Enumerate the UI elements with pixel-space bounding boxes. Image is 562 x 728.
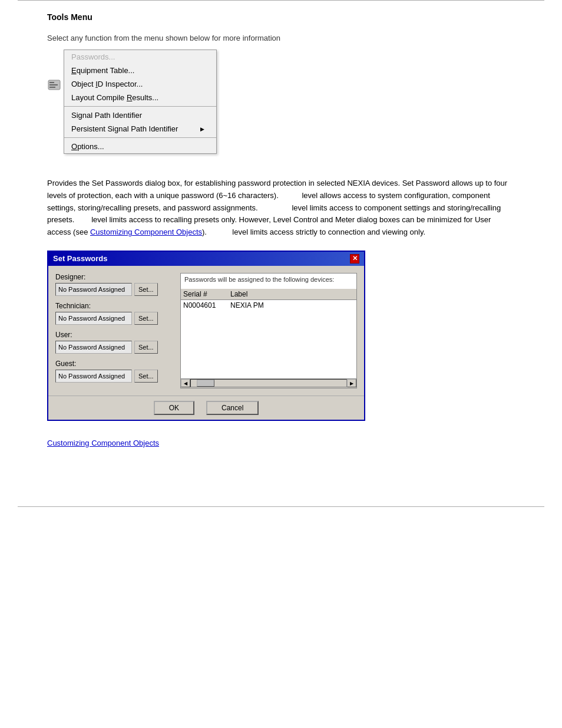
user-field-row: No Password Assigned Set... bbox=[55, 341, 173, 354]
context-menu-area: Passwords... Equipment Table... Object I… bbox=[47, 50, 515, 154]
dialog-titlebar: Set Passwords ✕ bbox=[48, 252, 364, 266]
context-menu: Passwords... Equipment Table... Object I… bbox=[64, 50, 217, 154]
horizontal-scrollbar-area: ◀ ▶ bbox=[181, 378, 356, 388]
dialog-close-button[interactable]: ✕ bbox=[350, 254, 359, 263]
designer-set-button[interactable]: Set... bbox=[134, 283, 158, 296]
dialog-body: Designer: No Password Assigned Set... Te… bbox=[48, 266, 364, 396]
svg-rect-3 bbox=[49, 87, 55, 88]
svg-rect-1 bbox=[49, 82, 54, 83]
section-title: Tools Menu bbox=[47, 12, 515, 22]
ok-button[interactable]: OK bbox=[154, 401, 194, 415]
menu-separator-2 bbox=[64, 137, 216, 138]
table-empty-space bbox=[181, 311, 356, 378]
hscroll-thumb[interactable] bbox=[197, 380, 214, 387]
dialog-footer: OK Cancel bbox=[48, 396, 364, 420]
menu-item-object-id[interactable]: Object ID Inspector... bbox=[64, 77, 216, 91]
cell-label: NEXIA PM bbox=[230, 301, 264, 309]
technician-password-field: No Password Assigned bbox=[55, 312, 132, 325]
designer-label: Designer: bbox=[55, 273, 173, 281]
technician-field-row: No Password Assigned Set... bbox=[55, 312, 173, 325]
scroll-left-button[interactable]: ◀ bbox=[181, 379, 190, 387]
menu-separator-1 bbox=[64, 106, 216, 107]
table-header: Serial # Label bbox=[181, 289, 356, 300]
guest-label: Guest: bbox=[55, 360, 173, 368]
hscroll-track[interactable] bbox=[190, 379, 347, 387]
user-password-field: No Password Assigned bbox=[55, 341, 132, 354]
user-set-button[interactable]: Set... bbox=[134, 341, 158, 354]
footer-link[interactable]: Customizing Component Objects bbox=[47, 439, 159, 447]
svg-rect-2 bbox=[49, 84, 58, 85]
user-label: User: bbox=[55, 331, 173, 339]
dialog-right-panel: Passwords will be assigned to the follow… bbox=[180, 273, 357, 388]
passwords-note: Passwords will be assigned to the follow… bbox=[181, 274, 356, 285]
col-serial: Serial # bbox=[183, 290, 230, 298]
guest-field-row: No Password Assigned Set... bbox=[55, 370, 173, 383]
cancel-button[interactable]: Cancel bbox=[206, 401, 259, 415]
technician-label: Technician: bbox=[55, 302, 173, 310]
scroll-right-button[interactable]: ▶ bbox=[347, 379, 356, 387]
main-content: Tools Menu Select any function from the … bbox=[0, 1, 562, 483]
customizing-link[interactable]: Customizing Component Objects bbox=[90, 228, 202, 236]
dialog-right-inner: Passwords will be assigned to the follow… bbox=[181, 274, 356, 388]
menu-icon bbox=[47, 78, 61, 92]
designer-password-field: No Password Assigned bbox=[55, 283, 132, 296]
menu-item-signal-path[interactable]: Signal Path Identifier bbox=[64, 108, 216, 122]
menu-item-persistent-signal[interactable]: Persistent Signal Path Identifier bbox=[64, 122, 216, 136]
intro-text: Select any function from the menu shown … bbox=[47, 34, 515, 42]
dialog-title: Set Passwords bbox=[53, 254, 108, 263]
guest-password-field: No Password Assigned bbox=[55, 370, 132, 383]
designer-field-row: No Password Assigned Set... bbox=[55, 283, 173, 296]
col-label: Label bbox=[230, 290, 247, 298]
description-text: Provides the Set Passwords dialog box, f… bbox=[47, 177, 515, 239]
table-row: N0004601 NEXIA PM bbox=[181, 300, 356, 311]
menu-item-equipment-table[interactable]: Equipment Table... bbox=[64, 64, 216, 77]
guest-set-button[interactable]: Set... bbox=[134, 370, 158, 383]
cell-serial: N0004601 bbox=[183, 301, 230, 309]
dialog-left-panel: Designer: No Password Assigned Set... Te… bbox=[55, 273, 173, 388]
bottom-rule bbox=[18, 506, 544, 507]
menu-item-layout[interactable]: Layout Compile Results... bbox=[64, 91, 216, 104]
menu-item-options[interactable]: Options... bbox=[64, 140, 216, 153]
set-passwords-dialog: Set Passwords ✕ Designer: No Password As… bbox=[47, 251, 365, 421]
footer-paragraph: Customizing Component Objects bbox=[47, 439, 515, 447]
menu-item-passwords[interactable]: Passwords... bbox=[64, 50, 216, 64]
technician-set-button[interactable]: Set... bbox=[134, 312, 158, 325]
